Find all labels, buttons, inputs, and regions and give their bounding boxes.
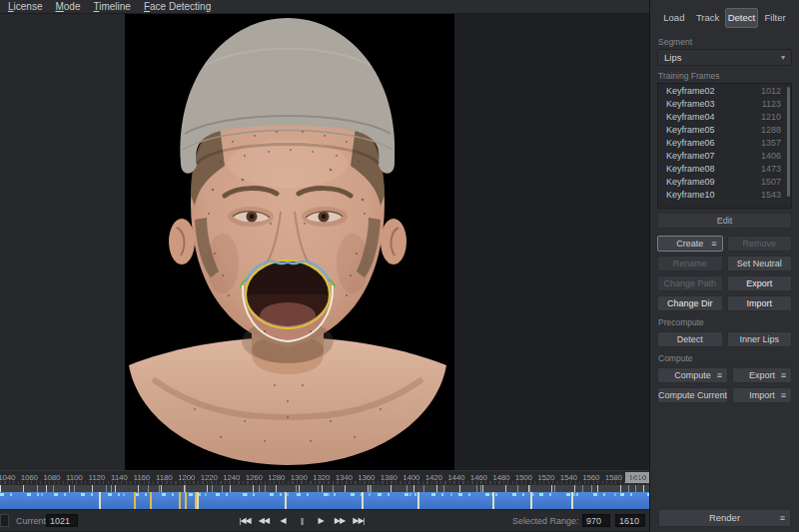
button-label: Export bbox=[749, 370, 775, 380]
keyframe-frame-number: 1543 bbox=[761, 190, 781, 200]
ruler-frame-label: 1140 bbox=[111, 473, 127, 482]
keyframe-row[interactable]: Keyframe031123 bbox=[658, 97, 791, 110]
play-backward-button[interactable]: ◀ bbox=[277, 513, 289, 528]
import-button[interactable]: Import bbox=[727, 295, 793, 311]
timeline-keyframe-marker[interactable] bbox=[99, 492, 101, 509]
timeline-keyframe-marker[interactable] bbox=[571, 492, 573, 509]
tab-filter[interactable]: Filter bbox=[758, 8, 792, 28]
segment-label: Segment bbox=[658, 37, 791, 47]
create-button[interactable]: Create≡ bbox=[657, 236, 723, 252]
keyframe-row[interactable]: Keyframe051288 bbox=[658, 123, 791, 136]
fast-rewind-button[interactable]: ◀◀ bbox=[258, 513, 270, 528]
transport-bar: Current: |◀◀◀◀◀||▶▶▶▶▶| Selected Range: bbox=[0, 509, 649, 531]
viewport-3d[interactable] bbox=[125, 14, 454, 470]
tab-track[interactable]: Track bbox=[691, 8, 725, 28]
timeline-keyframe-marker[interactable] bbox=[197, 492, 199, 509]
face-scan-image bbox=[125, 14, 454, 470]
ruler-frame-label: 1480 bbox=[492, 473, 509, 482]
tab-detect[interactable]: Detect bbox=[725, 8, 759, 28]
keyframe-frame-number: 1210 bbox=[761, 112, 781, 122]
compute-panel-import-button[interactable]: Import≡ bbox=[732, 387, 792, 403]
keyframe-row[interactable]: Keyframe101543 bbox=[658, 188, 791, 201]
menu-item-license[interactable]: License bbox=[8, 1, 42, 12]
ruler-frame-label: 1260 bbox=[246, 473, 263, 482]
scrollbar-thumb[interactable] bbox=[787, 87, 790, 197]
selected-range-label: Selected Range: bbox=[512, 516, 579, 526]
timeline-accent-marker[interactable] bbox=[134, 492, 136, 509]
compute-panel-compute-current-button[interactable]: Compute Current bbox=[657, 387, 728, 403]
menu-item-mode[interactable]: Mode bbox=[55, 1, 80, 12]
render-button[interactable]: Render ≡ bbox=[658, 509, 791, 527]
button-label: Import bbox=[749, 390, 775, 400]
range-end-input[interactable] bbox=[615, 514, 645, 527]
keyframe-name: Keyframe07 bbox=[666, 151, 715, 161]
edge-input-stub[interactable] bbox=[0, 514, 9, 527]
range-start-input[interactable] bbox=[582, 514, 610, 527]
button-label: Change Dir bbox=[667, 298, 713, 308]
keyframe-name: Keyframe04 bbox=[666, 112, 715, 122]
timeline-keyframe-marker[interactable] bbox=[362, 492, 364, 509]
keyframe-frame-number: 1406 bbox=[761, 151, 781, 161]
timeline-accent-marker[interactable] bbox=[185, 492, 187, 509]
right-panel: LoadTrackDetectFilter Segment Lips ▾ Tra… bbox=[649, 0, 799, 532]
workspace bbox=[0, 14, 649, 470]
keyframe-name: Keyframe06 bbox=[666, 138, 715, 148]
menu-item-face-detecting[interactable]: Face Detecting bbox=[144, 1, 211, 12]
ruler-frame-label: 1100 bbox=[66, 473, 82, 482]
button-label: Remove bbox=[742, 239, 776, 249]
keyframe-row[interactable]: Keyframe091507 bbox=[658, 175, 791, 188]
set-neutral-button[interactable]: Set Neutral bbox=[727, 256, 793, 271]
timeline-accent-marker[interactable] bbox=[179, 492, 181, 509]
timeline-range-bar[interactable] bbox=[0, 492, 649, 509]
keyframe-actions: Create≡RemoveRenameSet NeutralChange Pat… bbox=[657, 236, 792, 311]
change-dir-button[interactable]: Change Dir bbox=[657, 295, 723, 311]
keyframe-frame-number: 1012 bbox=[761, 86, 781, 96]
compute-actions: Compute≡Export≡Compute CurrentImport≡ bbox=[657, 367, 792, 403]
timeline-keyframe-marker[interactable] bbox=[417, 492, 419, 509]
keyframe-frame-number: 1288 bbox=[761, 125, 781, 135]
fast-forward-button[interactable]: ▶▶ bbox=[334, 513, 346, 528]
menu-lines-icon: ≡ bbox=[781, 388, 786, 402]
ruler-frame-label: 1180 bbox=[156, 473, 172, 482]
training-frames-label: Training Frames bbox=[658, 71, 791, 81]
ruler-frame-label: 1160 bbox=[134, 473, 150, 482]
keyframe-row[interactable]: Keyframe041210 bbox=[658, 110, 791, 123]
compute-panel-compute-button[interactable]: Compute≡ bbox=[657, 367, 728, 383]
timeline-keyframe-marker[interactable] bbox=[492, 492, 494, 509]
segment-dropdown[interactable]: Lips ▾ bbox=[657, 49, 792, 66]
export-button[interactable]: Export bbox=[727, 275, 793, 291]
menu-item-timeline[interactable]: Timeline bbox=[94, 1, 131, 12]
keyframe-row[interactable]: Keyframe081473 bbox=[658, 162, 791, 175]
play-forward-button[interactable]: ▶ bbox=[315, 513, 327, 528]
timeline-accent-marker[interactable] bbox=[150, 492, 152, 509]
ruler-frame-label: 1380 bbox=[381, 473, 398, 482]
keyframe-row[interactable]: Keyframe021012 bbox=[658, 84, 791, 97]
keyframe-name: Keyframe08 bbox=[666, 164, 715, 174]
ruler-frame-label: 1440 bbox=[447, 473, 464, 482]
button-label: Compute Current bbox=[658, 390, 727, 400]
precompute-actions: DetectInner Lips bbox=[657, 331, 792, 347]
compute-panel-export-button[interactable]: Export≡ bbox=[732, 367, 792, 383]
ruler-frame-label: 1520 bbox=[537, 473, 554, 482]
timeline-overview-strip[interactable] bbox=[0, 484, 649, 492]
skip-to-end-button[interactable]: ▶▶| bbox=[353, 513, 365, 528]
menu-lines-icon: ≡ bbox=[711, 237, 716, 251]
edit-button[interactable]: Edit bbox=[657, 213, 792, 229]
current-frame-input[interactable] bbox=[46, 514, 78, 527]
keyframe-row[interactable]: Keyframe061357 bbox=[658, 136, 791, 149]
remove-button: Remove bbox=[727, 236, 793, 252]
precompute-inner-lips-button[interactable]: Inner Lips bbox=[727, 331, 793, 347]
timeline-keyframe-marker[interactable] bbox=[285, 492, 287, 509]
timeline-keyframe-marker[interactable] bbox=[530, 492, 532, 509]
timeline-accent-marker[interactable] bbox=[195, 492, 197, 509]
tab-load[interactable]: Load bbox=[657, 8, 691, 28]
ruler-frame-label: 1460 bbox=[470, 473, 487, 482]
keyframe-row[interactable]: Keyframe071406 bbox=[658, 149, 791, 162]
ruler-frame-label: 1320 bbox=[313, 473, 330, 482]
keyframe-list[interactable]: Keyframe021012Keyframe031123Keyframe0412… bbox=[657, 83, 792, 209]
skip-to-start-button[interactable]: |◀◀ bbox=[239, 513, 251, 528]
pause-button[interactable]: || bbox=[296, 513, 308, 528]
ruler-frame-label: 1560 bbox=[582, 473, 599, 482]
precompute-detect-button[interactable]: Detect bbox=[657, 331, 723, 347]
timeline-ruler[interactable]: 1610 10401060108011001120114011601180120… bbox=[0, 470, 649, 484]
